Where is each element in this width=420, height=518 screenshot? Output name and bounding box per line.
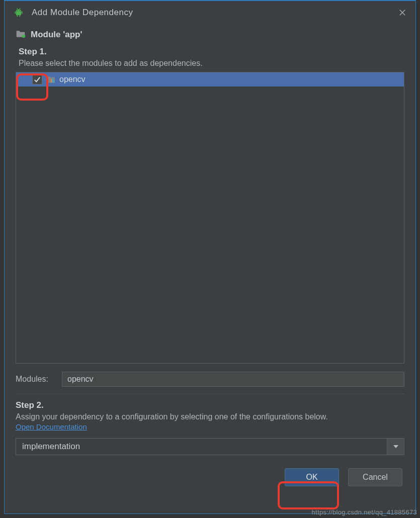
svg-rect-2 <box>22 12 23 14</box>
svg-rect-12 <box>51 79 52 82</box>
open-documentation-link[interactable]: Open Documentation <box>16 422 87 431</box>
cancel-button[interactable]: Cancel <box>348 468 402 486</box>
svg-rect-4 <box>20 15 21 17</box>
separator <box>16 394 404 394</box>
module-list[interactable]: opencv <box>16 72 404 364</box>
modules-input[interactable] <box>62 372 404 387</box>
step2-title: Step 2. <box>16 400 404 410</box>
watermark: https://blog.csdn.net/qq_41885673 <box>312 508 417 516</box>
configuration-value: implementation <box>16 439 387 455</box>
svg-rect-1 <box>15 12 16 14</box>
svg-rect-14 <box>53 80 54 82</box>
module-folder-icon <box>16 29 26 40</box>
add-module-dependency-dialog: Add Module Dependency Module 'app' Step … <box>4 0 416 514</box>
svg-rect-0 <box>16 12 21 16</box>
dialog-button-row: OK Cancel <box>16 468 404 486</box>
module-header: Module 'app' <box>16 29 404 40</box>
svg-point-8 <box>20 10 20 11</box>
svg-line-6 <box>20 8 20 10</box>
modules-field-row: Modules: <box>16 372 404 387</box>
close-button[interactable] <box>396 7 408 19</box>
dialog-content: Module 'app' Step 1. Please select the m… <box>5 24 415 513</box>
module-item-label: opencv <box>59 75 86 84</box>
step1-title: Step 1. <box>19 47 404 57</box>
step1-desc: Please select the modules to add as depe… <box>19 59 404 68</box>
check-icon <box>34 76 41 83</box>
svg-point-7 <box>17 10 18 11</box>
configuration-combo[interactable]: implementation <box>16 438 404 455</box>
svg-line-5 <box>17 8 18 10</box>
svg-rect-13 <box>52 78 53 82</box>
svg-rect-3 <box>17 15 18 17</box>
dialog-title: Add Module Dependency <box>32 8 396 18</box>
step2-desc: Assign your dependency to a configuratio… <box>16 412 404 421</box>
ok-button[interactable]: OK <box>285 468 339 486</box>
chevron-down-icon <box>393 444 399 450</box>
configuration-dropdown-button[interactable] <box>387 439 404 455</box>
modules-label: Modules: <box>16 375 55 384</box>
module-checkbox[interactable] <box>32 74 42 84</box>
android-icon <box>14 8 24 18</box>
step2-block: Step 2. Assign your dependency to a conf… <box>16 400 404 455</box>
close-icon <box>399 9 406 16</box>
module-item-opencv[interactable]: opencv <box>16 72 404 87</box>
titlebar: Add Module Dependency <box>5 1 415 24</box>
module-type-icon <box>46 75 55 83</box>
module-name-label: Module 'app' <box>31 30 82 40</box>
svg-point-11 <box>22 35 26 38</box>
